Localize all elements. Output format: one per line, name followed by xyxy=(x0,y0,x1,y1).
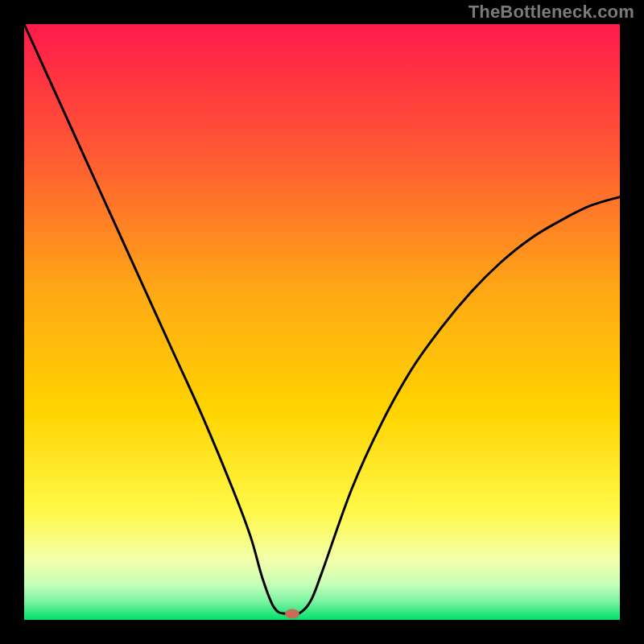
plot-area xyxy=(24,24,620,620)
watermark-text: TheBottleneck.com xyxy=(469,2,634,23)
minimum-marker xyxy=(285,609,299,619)
chart-frame: TheBottleneck.com xyxy=(0,0,644,644)
chart-svg xyxy=(24,24,620,620)
gradient-background xyxy=(24,24,620,620)
